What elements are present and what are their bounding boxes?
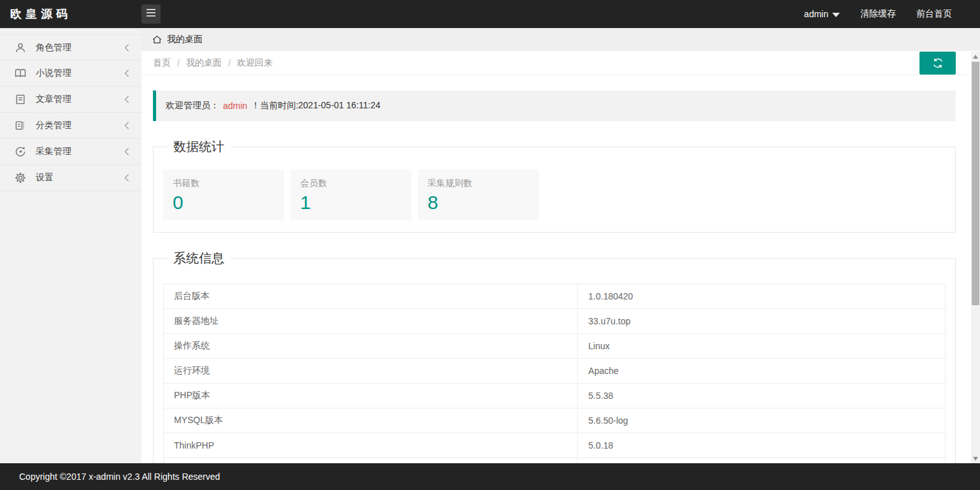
scroll-up-arrow-icon[interactable]: [971, 52, 980, 61]
sidebar-item-label: 文章管理: [36, 94, 124, 105]
tab-label: 我的桌面: [167, 34, 203, 45]
sidebar-item-label: 小说管理: [36, 68, 124, 79]
sidebar-item-novels[interactable]: 小说管理: [0, 61, 141, 87]
tab-bar: 我的桌面: [141, 28, 980, 51]
info-label: MYSQL版本: [164, 408, 578, 433]
stat-value: 8: [428, 192, 530, 213]
breadcrumb-bar: 首页 / 我的桌面 / 欢迎回来: [141, 51, 980, 75]
scrollbar-thumb[interactable]: [972, 62, 979, 305]
user-name: admin: [804, 9, 828, 19]
info-value: 50M: [578, 458, 946, 464]
vertical-scrollbar[interactable]: [971, 52, 980, 463]
user-icon: [14, 41, 27, 54]
hamburger-icon: [145, 8, 157, 20]
sidebar: 角色管理 小说管理 文章管理: [0, 28, 141, 463]
sidebar-item-articles[interactable]: 文章管理: [0, 87, 141, 113]
info-label: 上传附件限制: [164, 458, 578, 464]
stat-value: 0: [173, 192, 275, 213]
stat-card-books[interactable]: 书籍数 0: [163, 169, 284, 220]
category-icon: [14, 119, 27, 132]
article-icon: [14, 93, 27, 106]
stats-title: 数据统计: [167, 138, 231, 155]
table-row: 服务器地址 33.u7u.top: [164, 309, 946, 334]
copyright-text: Copyright ©2017 x-admin v2.3 All Rights …: [19, 472, 220, 482]
stat-label: 采集规则数: [428, 178, 530, 189]
stat-label: 书籍数: [173, 178, 275, 189]
user-dropdown[interactable]: admin: [794, 9, 850, 19]
chevron-left-icon: [124, 121, 130, 130]
sidebar-item-label: 设置: [36, 172, 124, 184]
chevron-left-icon: [124, 147, 130, 156]
info-value: 1.0.180420: [578, 284, 946, 309]
welcome-alert: 欢迎管理员： admin ！当前时间:2021-05-01 16:11:24: [153, 90, 956, 121]
info-label: 服务器地址: [164, 309, 578, 334]
topbar: 欧皇源码 admin 清除缓存 前台首页: [0, 0, 980, 28]
breadcrumb-separator: /: [228, 58, 231, 68]
sidebar-item-label: 角色管理: [36, 42, 124, 54]
home-icon: [152, 34, 162, 45]
book-icon: [14, 67, 27, 80]
info-value: 5.5.38: [578, 384, 946, 408]
sidebar-item-label: 采集管理: [36, 146, 124, 157]
front-home-link[interactable]: 前台首页: [906, 8, 962, 20]
info-value: 5.0.18: [578, 433, 946, 458]
sidebar-item-roles[interactable]: 角色管理: [0, 34, 141, 61]
main-area: 我的桌面 首页 / 我的桌面 / 欢迎回来 欢迎管理员： admin: [141, 28, 980, 463]
table-row: ThinkPHP 5.0.18: [164, 433, 946, 458]
info-label: 后台版本: [164, 284, 578, 309]
footer: Copyright ©2017 x-admin v2.3 All Rights …: [0, 463, 980, 490]
info-value: Apache: [578, 359, 946, 384]
stat-card-members[interactable]: 会员数 1: [291, 169, 412, 220]
stat-cards: 书籍数 0 会员数 1 采集规则数 8: [163, 155, 946, 220]
gear-icon: [14, 171, 27, 184]
sidebar-item-label: 分类管理: [36, 120, 124, 131]
info-label: 运行环境: [164, 359, 578, 384]
stat-label: 会员数: [300, 178, 402, 189]
table-row: 后台版本 1.0.180420: [164, 284, 946, 309]
collect-icon: [14, 145, 27, 158]
breadcrumb-desktop[interactable]: 我的桌面: [186, 57, 222, 69]
info-value: 5.6.50-log: [578, 408, 946, 433]
clear-cache-button[interactable]: 清除缓存: [850, 8, 906, 20]
info-label: PHP版本: [164, 384, 578, 408]
caret-down-icon: [832, 13, 840, 17]
stat-card-collect-rules[interactable]: 采集规则数 8: [418, 169, 539, 220]
system-info-title: 系统信息: [167, 250, 231, 267]
stat-value: 1: [300, 192, 402, 213]
table-row: PHP版本 5.5.38: [164, 384, 946, 408]
chevron-left-icon: [124, 95, 130, 104]
sidebar-item-collect[interactable]: 采集管理: [0, 139, 141, 165]
chevron-left-icon: [124, 69, 130, 78]
table-row: 操作系统 Linux: [164, 334, 946, 359]
welcome-prefix: 欢迎管理员：: [166, 100, 219, 112]
chevron-left-icon: [124, 43, 130, 52]
welcome-suffix: ！当前时间:2021-05-01 16:11:24: [251, 100, 380, 112]
sidebar-item-categories[interactable]: 分类管理: [0, 113, 141, 139]
breadcrumb-home[interactable]: 首页: [153, 57, 171, 69]
table-row: 运行环境 Apache: [164, 359, 946, 384]
refresh-button[interactable]: [919, 52, 956, 75]
info-label: 操作系统: [164, 334, 578, 359]
breadcrumb: 首页 / 我的桌面 / 欢迎回来: [153, 57, 273, 69]
sidebar-item-settings[interactable]: 设置: [0, 165, 141, 191]
info-label: ThinkPHP: [164, 433, 578, 458]
chevron-left-icon: [124, 173, 130, 182]
info-value: 33.u7u.top: [578, 309, 946, 334]
breadcrumb-separator: /: [177, 58, 180, 68]
table-row: 上传附件限制 50M: [164, 458, 946, 464]
tab-my-desktop[interactable]: 我的桌面: [152, 34, 203, 45]
system-info-table: 后台版本 1.0.180420 服务器地址 33.u7u.top 操作系统 Li…: [163, 284, 946, 463]
stats-section: 数据统计 书籍数 0 会员数 1 采集规则数 8: [153, 138, 956, 233]
table-row: MYSQL版本 5.6.50-log: [164, 408, 946, 433]
page-content: 欢迎管理员： admin ！当前时间:2021-05-01 16:11:24 数…: [141, 75, 980, 463]
menu-toggle-button[interactable]: [141, 4, 161, 24]
scroll-down-arrow-icon[interactable]: [971, 454, 980, 463]
info-value: Linux: [578, 334, 946, 359]
breadcrumb-welcome[interactable]: 欢迎回来: [237, 57, 273, 69]
welcome-username: admin: [219, 101, 251, 111]
app-logo: 欧皇源码: [0, 6, 141, 22]
system-info-section: 系统信息 后台版本 1.0.180420 服务器地址 33.u7u.top 操作…: [153, 250, 956, 463]
refresh-icon: [932, 57, 944, 69]
topbar-actions: admin 清除缓存 前台首页: [794, 0, 962, 28]
